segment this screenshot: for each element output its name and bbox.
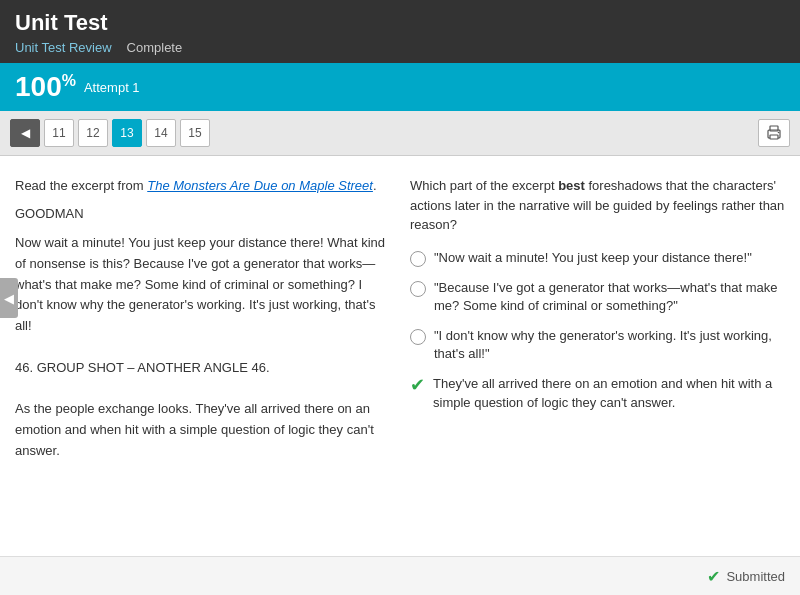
svg-point-3 [778,132,780,134]
option-1: "Now wait a minute! You just keep your d… [410,249,785,267]
nav-page-15[interactable]: 15 [180,119,210,147]
option-4: ✔ They've all arrived there on an emotio… [410,375,785,411]
footer: ✔ Submitted [0,556,800,595]
option-2: "Because I've got a generator that works… [410,279,785,315]
review-link[interactable]: Unit Test Review [15,40,112,55]
score-attempt: Attempt 1 [84,80,140,95]
question-text: Which part of the excerpt best foreshado… [410,176,785,235]
page-title: Unit Test [15,10,785,36]
radio-2[interactable] [410,281,426,297]
sidebar-prev-arrow[interactable]: ◀ [0,278,18,318]
status-label: Complete [127,40,183,55]
nav-page-11[interactable]: 11 [44,119,74,147]
nav-left: ◀ 11 12 13 14 15 [10,119,210,147]
print-button[interactable] [758,119,790,147]
left-column: Read the excerpt from The Monsters Are D… [15,176,390,536]
svg-rect-2 [770,135,778,139]
nav-page-12[interactable]: 12 [78,119,108,147]
option-text-3: "I don't know why the generator's workin… [434,327,785,363]
excerpt-link[interactable]: The Monsters Are Due on Maple Street [147,178,373,193]
header-subtitle: Unit Test Review Complete [15,40,785,55]
nav-bar: ◀ 11 12 13 14 15 [0,111,800,156]
submitted-checkmark-icon: ✔ [707,567,720,586]
options-list: "Now wait a minute! You just keep your d… [410,249,785,412]
right-column: Which part of the excerpt best foreshado… [410,176,785,536]
author-label: GOODMAN [15,204,390,224]
nav-page-13[interactable]: 13 [112,119,142,147]
passage-text: Now wait a minute! You just keep your di… [15,233,390,462]
checkmark-icon: ✔ [410,374,425,396]
score-bar: 100% Attempt 1 [0,63,800,111]
option-text-4: They've all arrived there on an emotion … [433,375,785,411]
page-wrapper: Unit Test Unit Test Review Complete 100%… [0,0,800,595]
option-text-2: "Because I've got a generator that works… [434,279,785,315]
submitted-label: Submitted [726,569,785,584]
radio-1[interactable] [410,251,426,267]
nav-page-14[interactable]: 14 [146,119,176,147]
submitted-badge: ✔ Submitted [707,567,785,586]
header: Unit Test Unit Test Review Complete [0,0,800,63]
nav-prev-button[interactable]: ◀ [10,119,40,147]
main-content: Read the excerpt from The Monsters Are D… [0,156,800,556]
option-3: "I don't know why the generator's workin… [410,327,785,363]
option-text-1: "Now wait a minute! You just keep your d… [434,249,752,267]
score-percent: 100% [15,71,76,103]
excerpt-intro: Read the excerpt from The Monsters Are D… [15,176,390,196]
radio-3[interactable] [410,329,426,345]
